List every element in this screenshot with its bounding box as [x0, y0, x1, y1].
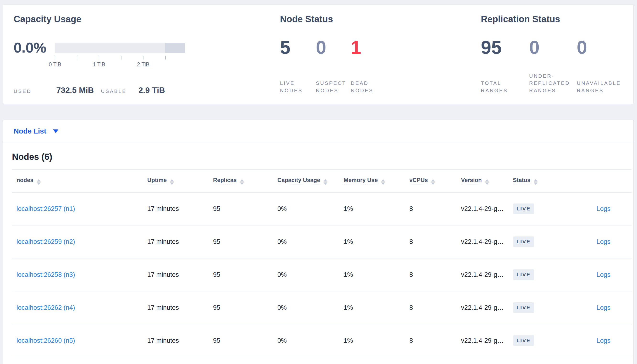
- logs-cell: Logs: [562, 291, 631, 324]
- replication-stat: 0 UNDER-REPLICATED RANGES: [529, 38, 577, 94]
- node-link[interactable]: localhost:26258 (n3): [17, 271, 75, 278]
- capacity-bar-end-segment: [165, 43, 185, 53]
- replicas-cell: 95: [208, 324, 273, 357]
- node-link[interactable]: localhost:26257 (n1): [17, 205, 75, 212]
- column-header-capacity-usage[interactable]: Capacity Usage: [273, 169, 339, 192]
- vcpus-cell: 8: [405, 258, 456, 291]
- column-header-version[interactable]: Version: [456, 169, 508, 192]
- stat-value: 0: [577, 38, 634, 56]
- version-cell: v22.1.4-29-g…: [456, 324, 508, 357]
- capacity-bar-chart: 0 TiB 1 TiB 2 TiB: [55, 43, 189, 68]
- status-badge: LIVE: [513, 236, 534, 247]
- node-status-stat: 1 DEAD NODES: [351, 38, 391, 94]
- node-link[interactable]: localhost:26260 (n5): [17, 337, 75, 344]
- column-label: nodes: [17, 177, 34, 183]
- sort-icon: [37, 179, 41, 185]
- axis-tick: [55, 56, 55, 60]
- logs-link[interactable]: Logs: [596, 205, 610, 212]
- sort-icon: [170, 179, 174, 185]
- version-cell: v22.1.4-29-g…: [456, 258, 508, 291]
- stat-label: DEAD NODES: [351, 80, 384, 94]
- column-header-memory-use[interactable]: Memory Use: [339, 169, 405, 192]
- axis-label: 0 TiB: [49, 62, 61, 68]
- sort-icon: [485, 179, 489, 185]
- node-status-panel: Node Status 5 LIVE NODES 0 SUSPECT NODES…: [280, 4, 471, 104]
- version-cell: v22.1.4-29-g…: [456, 291, 508, 324]
- chevron-down-icon: [53, 130, 58, 133]
- stat-label: UNDER-REPLICATED RANGES: [529, 72, 577, 94]
- column-label: Status: [513, 177, 530, 185]
- capacity-usage-cell: 0%: [273, 324, 339, 357]
- uptime-cell: 17 minutes: [143, 225, 208, 258]
- column-label: Uptime: [147, 177, 167, 185]
- capacity-used-summary: USED 732.5 MiB USABLE 2.9 TiB: [14, 86, 165, 95]
- capacity-usage-cell: 0%: [273, 225, 339, 258]
- logs-link[interactable]: Logs: [596, 238, 610, 245]
- column-header-vcpus[interactable]: vCPUs: [405, 169, 456, 192]
- sort-icon: [381, 179, 385, 185]
- column-label: Replicas: [213, 177, 237, 185]
- replicas-cell: 95: [208, 225, 273, 258]
- status-cell: LIVE: [508, 192, 562, 225]
- table-row: localhost:26262 (n4) 17 minutes 95 0% 1%…: [12, 291, 631, 324]
- table-row: localhost:26260 (n5) 17 minutes 95 0% 1%…: [12, 324, 631, 357]
- column-header-uptime[interactable]: Uptime: [143, 169, 208, 192]
- axis-tick: [77, 56, 77, 60]
- nodes-table: nodes Uptime Replicas Capacity Usage Mem…: [12, 169, 631, 357]
- capacity-usage-cell: 0%: [273, 192, 339, 225]
- logs-link[interactable]: Logs: [596, 271, 610, 278]
- replication-status-stats: 95 TOTAL RANGES 0 UNDER-REPLICATED RANGE…: [481, 38, 634, 94]
- logs-cell: Logs: [562, 324, 631, 357]
- vcpus-cell: 8: [405, 192, 456, 225]
- capacity-axis-ticks: [55, 56, 189, 60]
- vcpus-cell: 8: [405, 225, 456, 258]
- cluster-overview-card: Capacity Usage 0.0% 0 TiB 1 TiB 2 TiB US…: [3, 4, 634, 104]
- sort-icon: [240, 179, 244, 185]
- replicas-cell: 95: [208, 291, 273, 324]
- status-badge: LIVE: [513, 335, 534, 346]
- replication-status-panel: Replication Status 95 TOTAL RANGES 0 UND…: [481, 4, 634, 104]
- logs-link[interactable]: Logs: [596, 337, 610, 344]
- node-list-dropdown[interactable]: Node List: [14, 127, 58, 135]
- stat-value: 0: [529, 38, 577, 56]
- uptime-cell: 17 minutes: [143, 324, 208, 357]
- column-label: Version: [461, 177, 482, 185]
- stat-label: UNAVAILABLE RANGES: [577, 80, 632, 94]
- memory-use-cell: 1%: [339, 192, 405, 225]
- node-link[interactable]: localhost:26259 (n2): [17, 238, 75, 245]
- stat-value: 5: [280, 38, 316, 56]
- axis-tick: [121, 56, 121, 60]
- nodes-table-title: Nodes (6): [12, 152, 633, 162]
- node-status-stats: 5 LIVE NODES 0 SUSPECT NODES 1 DEAD NODE…: [280, 38, 391, 94]
- logs-cell: Logs: [562, 258, 631, 291]
- usable-label: USABLE: [101, 88, 127, 94]
- column-header-replicas[interactable]: Replicas: [208, 169, 273, 192]
- usable-value: 2.9 TiB: [138, 86, 165, 95]
- table-row: localhost:26259 (n2) 17 minutes 95 0% 1%…: [12, 225, 631, 258]
- axis-tick: [143, 56, 143, 60]
- column-header-status[interactable]: Status: [508, 169, 562, 192]
- vcpus-cell: 8: [405, 291, 456, 324]
- capacity-bar-track: [55, 43, 185, 53]
- capacity-percent-value: 0.0%: [14, 40, 46, 56]
- stat-label: TOTAL RANGES: [481, 80, 517, 94]
- status-badge: LIVE: [513, 204, 534, 214]
- column-header-logs: [562, 169, 631, 192]
- capacity-usage-panel: Capacity Usage 0.0% 0 TiB 1 TiB 2 TiB US…: [14, 4, 277, 104]
- node-link[interactable]: localhost:26262 (n4): [17, 304, 75, 311]
- replication-stat: 95 TOTAL RANGES: [481, 38, 529, 94]
- column-header-nodes[interactable]: nodes: [12, 169, 143, 192]
- capacity-axis-labels: 0 TiB 1 TiB 2 TiB: [55, 62, 189, 68]
- capacity-usage-cell: 0%: [273, 291, 339, 324]
- logs-cell: Logs: [562, 192, 631, 225]
- view-selector-bar: Node List: [3, 120, 633, 142]
- uptime-cell: 17 minutes: [143, 291, 208, 324]
- logs-link[interactable]: Logs: [596, 304, 610, 311]
- memory-use-cell: 1%: [339, 291, 405, 324]
- stat-label: SUSPECT NODES: [316, 80, 349, 94]
- table-row: localhost:26257 (n1) 17 minutes 95 0% 1%…: [12, 192, 631, 225]
- vcpus-cell: 8: [405, 324, 456, 357]
- status-cell: LIVE: [508, 258, 562, 291]
- node-status-title: Node Status: [280, 14, 333, 24]
- logs-cell: Logs: [562, 225, 631, 258]
